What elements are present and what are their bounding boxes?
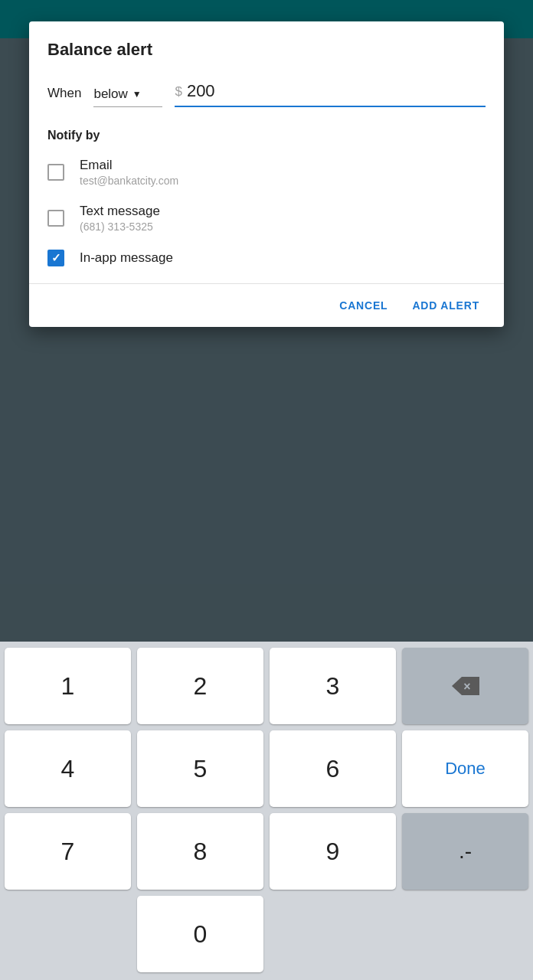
key-row-4: 0 xyxy=(5,896,528,972)
amount-value: 200 xyxy=(187,81,215,101)
chevron-down-icon: ▼ xyxy=(132,89,142,100)
when-label: When xyxy=(47,86,81,107)
backspace-icon: × xyxy=(450,675,481,697)
condition-dropdown[interactable]: below ▼ xyxy=(93,87,162,107)
text-option[interactable]: Text message (681) 313-5325 xyxy=(47,204,486,233)
add-alert-button[interactable]: ADD ALERT xyxy=(406,293,486,318)
email-address: test@bankatcity.com xyxy=(80,175,178,187)
text-phone: (681) 313-5325 xyxy=(80,220,160,233)
key-9[interactable]: 9 xyxy=(270,813,396,890)
condition-value: below xyxy=(93,87,127,102)
text-info: Text message (681) 313-5325 xyxy=(80,204,160,233)
dialog-actions: CANCEL ADD ALERT xyxy=(47,284,486,327)
currency-symbol: $ xyxy=(175,84,181,101)
key-row-3: 7 8 9 .- xyxy=(5,813,528,890)
key-2[interactable]: 2 xyxy=(137,648,263,724)
period-hyphen-key[interactable]: .- xyxy=(402,813,528,890)
inapp-info: In-app message xyxy=(80,250,173,266)
key-1[interactable]: 1 xyxy=(5,648,131,724)
inapp-label: In-app message xyxy=(80,250,173,266)
key-5[interactable]: 5 xyxy=(137,730,263,807)
inapp-checkbox[interactable] xyxy=(47,250,64,266)
key-8[interactable]: 8 xyxy=(137,813,263,890)
empty-key-left xyxy=(5,896,131,972)
key-row-1: 1 2 3 × xyxy=(5,648,528,724)
dialog-title: Balance alert xyxy=(47,40,486,60)
key-4[interactable]: 4 xyxy=(5,730,131,807)
when-row: When below ▼ $ 200 xyxy=(47,81,486,107)
amount-field[interactable]: $ 200 xyxy=(175,81,486,107)
email-checkbox[interactable] xyxy=(47,164,64,181)
empty-key-right2 xyxy=(402,896,528,972)
notify-title: Notify by xyxy=(47,129,486,142)
key-6[interactable]: 6 xyxy=(270,730,396,807)
done-button[interactable]: Done xyxy=(402,730,528,807)
inapp-option[interactable]: In-app message xyxy=(47,250,486,266)
svg-text:×: × xyxy=(463,680,470,693)
email-label: Email xyxy=(80,158,178,173)
cancel-button[interactable]: CANCEL xyxy=(333,293,394,318)
notify-section: Notify by Email test@bankatcity.com Text… xyxy=(47,129,486,266)
key-3[interactable]: 3 xyxy=(270,648,396,724)
key-row-2: 4 5 6 Done xyxy=(5,730,528,807)
balance-alert-dialog: Balance alert When below ▼ $ 200 Notify … xyxy=(29,21,504,327)
key-0[interactable]: 0 xyxy=(137,896,263,972)
numeric-keyboard: 1 2 3 × 4 5 6 Done 7 8 9 .- 0 xyxy=(0,642,533,980)
text-checkbox[interactable] xyxy=(47,210,64,227)
email-option[interactable]: Email test@bankatcity.com xyxy=(47,158,486,187)
text-label: Text message xyxy=(80,204,160,219)
empty-key-right1 xyxy=(270,896,396,972)
email-info: Email test@bankatcity.com xyxy=(80,158,178,187)
backspace-button[interactable]: × xyxy=(402,648,528,724)
key-7[interactable]: 7 xyxy=(5,813,131,890)
period-hyphen-label: .- xyxy=(459,839,472,864)
